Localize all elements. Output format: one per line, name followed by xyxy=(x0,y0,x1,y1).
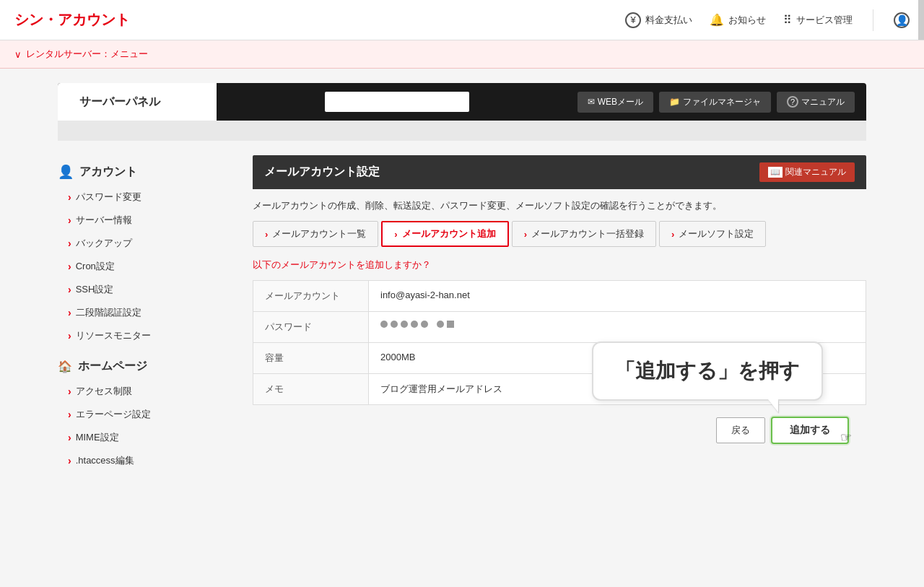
app-logo: シン・アカウント xyxy=(14,10,130,30)
sidebar-item-mime-label: MIME設定 xyxy=(76,431,119,444)
callout-box: 「追加する」を押す xyxy=(592,342,823,401)
grid-icon: ⠿ xyxy=(783,13,792,27)
sidebar-homepage-title: 🏠 ホームページ xyxy=(58,347,231,380)
sidebar-homepage-label: ホームページ xyxy=(78,359,147,374)
sidebar-item-backup[interactable]: バックアップ xyxy=(58,232,231,255)
sidebar-item-server-info[interactable]: サーバー情報 xyxy=(58,209,231,232)
tab-mail-add[interactable]: メールアカウント追加 xyxy=(381,221,508,247)
table-row: パスワード xyxy=(253,312,866,343)
pw-square xyxy=(447,321,454,328)
sidebar-item-mime[interactable]: MIME設定 xyxy=(58,426,231,449)
table-label-password: パスワード xyxy=(253,312,369,343)
webmail-icon: ✉ xyxy=(588,97,595,107)
content-area: メールアカウント設定 📖 関連マニュアル メールアカウントの作成、削除、転送設定… xyxy=(231,155,866,472)
pw-dot-3 xyxy=(401,321,408,328)
server-panel-subbar xyxy=(58,121,866,141)
manual-label: マニュアル xyxy=(801,96,845,108)
sidebar: 👤 アカウント パスワード変更 サーバー情報 バックアップ Cron設定 SSH… xyxy=(58,155,231,472)
server-panel-nav-buttons: ✉ WEBメール 📁 ファイルマネージャ ? マニュアル xyxy=(578,92,866,113)
tab-bar: メールアカウント一覧 メールアカウント追加 メールアカウント一括登録 メールソフ… xyxy=(253,221,866,247)
content-description: メールアカウントの作成、削除、転送設定、パスワード変更、メールソフト設定の確認を… xyxy=(253,189,866,221)
sidebar-item-errorpage-label: エラーページ設定 xyxy=(76,408,151,421)
webmail-button[interactable]: ✉ WEBメール xyxy=(578,92,653,113)
tab-mailsoft-label: メールソフト設定 xyxy=(679,227,754,240)
sidebar-item-errorpage[interactable]: エラーページ設定 xyxy=(58,403,231,426)
sidebar-item-password[interactable]: パスワード変更 xyxy=(58,186,231,209)
server-panel-search-input[interactable] xyxy=(325,92,469,112)
table-row: メールアカウント info@ayasi-2-han.net xyxy=(253,281,866,312)
nav-payment-label: 料金支払い xyxy=(645,14,692,27)
main-content: 👤 アカウント パスワード変更 サーバー情報 バックアップ Cron設定 SSH… xyxy=(58,155,866,472)
top-nav-right: ¥ 料金支払い 🔔 お知らせ ⠿ サービス管理 👤 xyxy=(625,9,910,31)
server-panel-title: サーバーパネル xyxy=(58,83,217,121)
webmail-label: WEBメール xyxy=(598,96,643,108)
manual-button[interactable]: ? マニュアル xyxy=(777,92,855,113)
back-button[interactable]: 戻る xyxy=(716,417,765,443)
sidebar-item-ssh[interactable]: SSH設定 xyxy=(58,278,231,301)
breadcrumb-label[interactable]: レンタルサーバー：メニュー xyxy=(26,48,148,61)
sidebar-item-ssh-label: SSH設定 xyxy=(76,283,114,296)
nav-service-label: サービス管理 xyxy=(796,14,853,27)
nav-user[interactable]: 👤 xyxy=(894,12,910,28)
breadcrumb-chevron: ∨ xyxy=(14,49,22,60)
nav-payment[interactable]: ¥ 料金支払い xyxy=(625,12,692,28)
nav-service[interactable]: ⠿ サービス管理 xyxy=(783,13,853,27)
help-icon: ? xyxy=(787,96,798,108)
sidebar-item-access[interactable]: アクセス制限 xyxy=(58,380,231,403)
filemanager-label: ファイルマネージャ xyxy=(683,96,761,108)
tab-mail-bulk[interactable]: メールアカウント一括登録 xyxy=(512,221,656,247)
nav-notifications[interactable]: 🔔 お知らせ xyxy=(710,13,766,27)
filemanager-button[interactable]: 📁 ファイルマネージャ xyxy=(659,92,771,113)
bell-icon: 🔔 xyxy=(710,13,724,27)
pw-dot-1 xyxy=(380,321,388,328)
user-icon: 👤 xyxy=(894,12,910,28)
logo-prefix: シン・ xyxy=(14,12,58,27)
add-button-label: 追加する xyxy=(790,424,830,435)
sidebar-item-password-label: パスワード変更 xyxy=(76,191,141,204)
scrollbar[interactable] xyxy=(918,0,924,40)
sidebar-item-resource-label: リソースモニター xyxy=(76,329,151,342)
sidebar-item-cron-label: Cron設定 xyxy=(76,260,115,273)
breadcrumb: ∨ レンタルサーバー：メニュー xyxy=(0,40,924,69)
pw-dot-5 xyxy=(421,321,428,328)
book-icon: 📖 xyxy=(768,167,783,178)
confirm-text: 以下のメールアカウントを追加しますか？ xyxy=(253,258,866,271)
table-label-memo: メモ xyxy=(253,374,369,405)
nav-notifications-label: お知らせ xyxy=(728,14,766,27)
pw-dot-4 xyxy=(411,321,418,328)
sidebar-item-access-label: アクセス制限 xyxy=(76,385,132,398)
tab-mail-list[interactable]: メールアカウント一覧 xyxy=(253,221,378,247)
payment-icon: ¥ xyxy=(625,12,641,28)
sidebar-item-cron[interactable]: Cron設定 xyxy=(58,255,231,278)
sidebar-item-htaccess-label: .htaccess編集 xyxy=(76,454,134,467)
sidebar-item-htaccess[interactable]: .htaccess編集 xyxy=(58,449,231,472)
pw-dot-2 xyxy=(391,321,398,328)
pw-dot-6 xyxy=(437,321,444,328)
table-label-account: メールアカウント xyxy=(253,281,369,312)
sidebar-item-backup-label: バックアップ xyxy=(76,237,132,250)
password-dots xyxy=(380,321,854,328)
sidebar-item-resource[interactable]: リソースモニター xyxy=(58,324,231,347)
tab-mail-add-label: メールアカウント追加 xyxy=(402,227,496,240)
nav-divider xyxy=(873,9,873,31)
sidebar-item-twofactor-label: 二段階認証設定 xyxy=(76,306,141,319)
top-nav: シン・アカウント ¥ 料金支払い 🔔 お知らせ ⠿ サービス管理 👤 xyxy=(0,0,924,40)
logo-suffix: アカウント xyxy=(58,12,130,27)
table-label-capacity: 容量 xyxy=(253,343,369,374)
tab-mail-bulk-label: メールアカウント一括登録 xyxy=(531,227,644,240)
related-manual-label: 関連マニュアル xyxy=(785,166,846,178)
tab-mail-list-label: メールアカウント一覧 xyxy=(272,227,366,240)
add-button[interactable]: 追加する xyxy=(771,417,849,444)
sidebar-account-title: 👤 アカウント xyxy=(58,155,231,186)
related-manual-button[interactable]: 📖 関連マニュアル xyxy=(759,162,855,182)
account-icon: 👤 xyxy=(58,164,74,180)
sidebar-item-twofactor[interactable]: 二段階認証設定 xyxy=(58,301,231,324)
callout-wrapper: 「追加する」を押す 戻る 追加する ☞ xyxy=(253,417,866,444)
server-panel-header: サーバーパネル ✉ WEBメール 📁 ファイルマネージャ ? マニュアル xyxy=(58,83,866,121)
home-icon: 🏠 xyxy=(58,360,72,373)
tab-mailsoft[interactable]: メールソフト設定 xyxy=(659,221,766,247)
action-row: 戻る 追加する ☞ xyxy=(253,417,866,444)
table-value-password xyxy=(369,312,866,343)
folder-icon: 📁 xyxy=(669,97,680,107)
server-panel-center xyxy=(217,92,578,112)
